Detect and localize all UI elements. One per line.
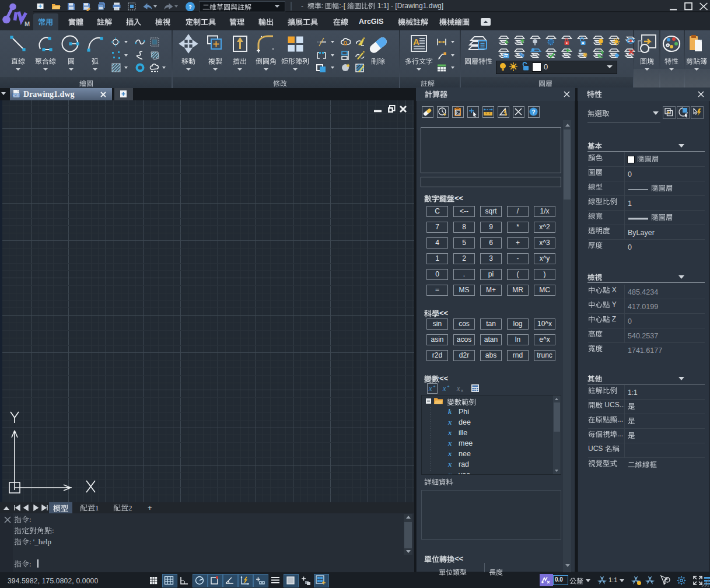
svg-text:DWG: DWG bbox=[12, 93, 20, 97]
svg-text:A: A bbox=[413, 37, 419, 47]
svg-text:?: ? bbox=[188, 4, 192, 10]
svg-text:x: x bbox=[442, 384, 446, 393]
svg-text:x: x bbox=[428, 384, 432, 393]
svg-text:x: x bbox=[456, 384, 460, 393]
svg-text:+: + bbox=[447, 384, 450, 389]
svg-text:x: x bbox=[461, 388, 463, 393]
svg-text:M: M bbox=[25, 20, 30, 27]
svg-text:+: + bbox=[433, 384, 436, 389]
svg-text:?: ? bbox=[531, 109, 535, 116]
